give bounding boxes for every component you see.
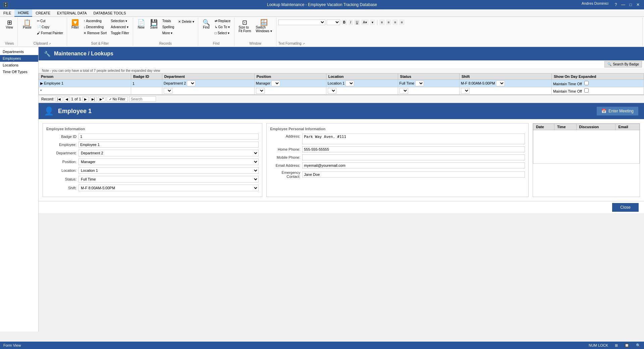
help-button[interactable]: ? [612, 1, 619, 8]
ribbon-switch-windows-button[interactable]: 🪟 SwitchWindows ▾ [254, 18, 274, 34]
align-right-button[interactable]: ≡ [392, 19, 398, 25]
table-row[interactable]: ▶ Employee 1 1 Department 2 Manager Loca… [39, 80, 644, 87]
mobile-phone-row: Mobile Phone: [270, 154, 525, 160]
ribbon-goto-button[interactable]: ↳ Go To ▾ [213, 24, 232, 30]
mobile-phone-input[interactable] [302, 154, 525, 160]
employee-name-input[interactable] [78, 142, 259, 148]
ribbon-group-clipboard: 📋 Paste ✂ Cut 📄 Copy 🖌 Format Painter Cl… [18, 17, 67, 46]
ribbon-totals-button[interactable]: Totals [161, 18, 176, 24]
new-location-dropdown[interactable] [328, 88, 336, 94]
menu-home[interactable]: HOME [14, 9, 32, 17]
enter-meeting-button[interactable]: 📅 Enter Meeting [596, 106, 639, 116]
employee-form-header: 👤 Employee 1 📅 Enter Meeting [39, 103, 644, 119]
ribbon-select-button[interactable]: □ Select ▾ [213, 30, 232, 36]
ribbon-new-button[interactable]: 📄 New [135, 18, 147, 31]
emergency-contact-input[interactable] [302, 171, 525, 178]
ribbon-spelling-button[interactable]: Spelling [161, 24, 176, 30]
text-formatting-label: Text Formatting ↗ [278, 41, 640, 45]
ribbon-ascending-button[interactable]: ↑ Ascending [82, 18, 108, 24]
location-dropdown[interactable] [345, 81, 354, 86]
sidebar-item-time-off-types[interactable]: Time Off Types [0, 68, 38, 75]
sidebar-item-departments[interactable]: Departments [0, 48, 38, 55]
nav-first-button[interactable]: |◀ [56, 97, 63, 102]
new-show-expanded-checkbox[interactable] [584, 88, 589, 93]
ribbon-selection-button[interactable]: Selection ▾ [109, 18, 130, 24]
ribbon-find-button[interactable]: 🔍 Find [200, 18, 212, 31]
ribbon-toggle-filter-button[interactable]: Toggle Filter [109, 30, 130, 36]
ribbon-group-records: 📄 New 💾 Save Totals Spelling More ▾ ✕ De… [133, 17, 198, 46]
font-size-select[interactable] [327, 19, 340, 25]
ribbon-descending-button[interactable]: ↓ Descending [82, 24, 108, 30]
ribbon-delete-button[interactable]: ✕ Delete ▾ [176, 19, 196, 24]
font-family-select[interactable] [278, 19, 325, 25]
table-note: Note - you can only have a total of 7 pe… [39, 68, 644, 73]
department-select[interactable]: Department 2 [78, 150, 259, 156]
department-dropdown[interactable] [187, 81, 196, 86]
col-position: Position [254, 73, 326, 80]
address-input[interactable]: Park Way Aven. #111 [302, 134, 525, 144]
ribbon-save-button[interactable]: 💾 Save [148, 18, 160, 31]
location-select[interactable]: Location 1 [78, 167, 259, 174]
user-name: Andres Dominici [582, 1, 608, 8]
sidebar-item-employees[interactable]: Employees [0, 55, 38, 62]
align-center-button[interactable]: ≡ [386, 19, 391, 25]
badge-id-label: Badge ID [46, 135, 76, 139]
status-dropdown[interactable] [415, 81, 424, 86]
status-right: NUM LOCK ⊞ 🔲 🔍 [589, 343, 641, 348]
sidebar-item-locations[interactable]: Locations [0, 62, 38, 68]
size-fit-icon: ⊡ [242, 19, 247, 26]
nav-prev-button[interactable]: ◀ [64, 97, 70, 102]
font-color-button[interactable]: A▾ [361, 19, 369, 25]
minimize-button[interactable]: — [620, 1, 627, 8]
new-department-dropdown[interactable] [164, 88, 172, 94]
home-phone-input[interactable] [302, 146, 525, 152]
menu-external-data[interactable]: EXTERNAL DATA [54, 9, 90, 17]
menu-file[interactable]: FILE [0, 9, 14, 17]
record-search-input[interactable] [129, 96, 156, 102]
ribbon-view-button[interactable]: ⊞ View [3, 18, 15, 31]
ribbon-replace-button[interactable]: ⇄ Replace [213, 18, 232, 24]
position-dropdown[interactable] [271, 81, 280, 86]
ribbon-more-button[interactable]: More ▾ [161, 30, 176, 36]
close-window-button[interactable]: ✕ [635, 1, 641, 8]
close-button[interactable]: Close [612, 203, 639, 212]
nav-next-button[interactable]: ▶ [83, 97, 89, 102]
nav-last-button[interactable]: ▶| [90, 97, 97, 102]
status-select[interactable]: Full Time [78, 176, 259, 183]
ribbon-cut-button[interactable]: ✂ Cut [35, 18, 65, 24]
align-left-button[interactable]: ≡ [379, 19, 385, 25]
ribbon-filter-button[interactable]: 🔽 Filter [69, 18, 81, 31]
highlight-button[interactable]: ▾ [370, 19, 375, 25]
menu-bar: FILE HOME CREATE EXTERNAL DATA DATABASE … [0, 9, 644, 17]
ribbon-advanced-button[interactable]: Advanced ▾ [109, 24, 130, 30]
maximize-button[interactable]: □ [627, 1, 634, 8]
menu-create[interactable]: CREATE [32, 9, 54, 17]
department-row: Department: Department 2 [46, 150, 259, 156]
new-position-dropdown[interactable] [256, 88, 265, 94]
show-expanded-checkbox[interactable] [584, 81, 589, 85]
ribbon-size-fit-button[interactable]: ⊡ Size toFit Form [236, 18, 253, 34]
search-by-badge-button[interactable]: 🔍 Search By Badge [604, 61, 642, 67]
home-phone-label: Home Phone: [270, 147, 300, 151]
ribbon: ⊞ View Views 📋 Paste ✂ Cut 📄 Copy 🖌 Form… [0, 17, 644, 47]
underline-button[interactable]: U [354, 19, 360, 25]
new-shift-dropdown[interactable] [461, 88, 470, 94]
form-body: Employee Information Badge ID Employee: … [39, 119, 644, 201]
badge-id-input[interactable] [78, 134, 259, 140]
italic-button[interactable]: I [348, 19, 353, 25]
shift-dropdown[interactable] [496, 81, 505, 86]
align-justify-button[interactable]: ≡ [399, 19, 405, 25]
ribbon-remove-sort-button[interactable]: ✕ Remove Sort [82, 30, 108, 36]
table-new-row[interactable]: * Maintain Time Off [39, 87, 644, 95]
nav-new-button[interactable]: ▶* [98, 97, 105, 102]
views-label: Views [3, 41, 15, 45]
shift-select[interactable]: M-F 8:00AM-5:00PM [78, 185, 259, 191]
bold-button[interactable]: B [341, 19, 347, 25]
menu-database-tools[interactable]: DATABASE TOOLS [90, 9, 129, 17]
ribbon-copy-button[interactable]: 📄 Copy [35, 24, 65, 30]
email-input[interactable] [302, 162, 525, 168]
position-select[interactable]: Manager [78, 158, 259, 165]
ribbon-format-painter-button[interactable]: 🖌 Format Painter [35, 30, 65, 36]
ribbon-paste-button[interactable]: 📋 Paste [20, 18, 35, 31]
new-status-dropdown[interactable] [399, 88, 408, 94]
